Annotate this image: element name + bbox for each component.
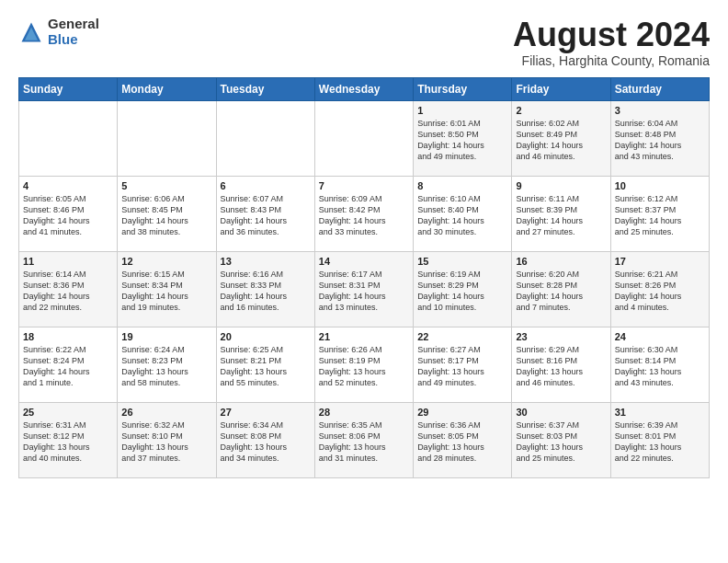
- day-number: 27: [221, 407, 311, 418]
- week-row-1: 1Sunrise: 6:01 AM Sunset: 8:50 PM Daylig…: [19, 100, 710, 176]
- day-info: Sunrise: 6:29 AM Sunset: 8:16 PM Dayligh…: [516, 344, 606, 389]
- day-number: 12: [121, 256, 211, 267]
- day-info: Sunrise: 6:26 AM Sunset: 8:19 PM Dayligh…: [319, 344, 409, 389]
- day-info: Sunrise: 6:07 AM Sunset: 8:43 PM Dayligh…: [221, 193, 311, 238]
- day-info: Sunrise: 6:22 AM Sunset: 8:24 PM Dayligh…: [23, 344, 113, 389]
- day-number: 21: [319, 331, 409, 342]
- col-sunday: Sunday: [19, 77, 118, 100]
- day-cell-2-1: 12Sunrise: 6:15 AM Sunset: 8:34 PM Dayli…: [118, 251, 216, 327]
- day-number: 16: [516, 256, 606, 267]
- day-info: Sunrise: 6:10 AM Sunset: 8:40 PM Dayligh…: [417, 193, 507, 238]
- day-info: Sunrise: 6:39 AM Sunset: 8:01 PM Dayligh…: [615, 419, 705, 465]
- day-cell-4-4: 29Sunrise: 6:36 AM Sunset: 8:05 PM Dayli…: [414, 402, 512, 477]
- day-number: 7: [319, 180, 409, 191]
- day-number: 30: [516, 407, 606, 418]
- logo-icon: [18, 19, 44, 45]
- day-number: 22: [417, 331, 507, 342]
- day-cell-1-0: 4Sunrise: 6:05 AM Sunset: 8:46 PM Daylig…: [19, 176, 118, 251]
- day-number: 11: [23, 256, 113, 267]
- day-info: Sunrise: 6:15 AM Sunset: 8:34 PM Dayligh…: [121, 269, 211, 314]
- day-cell-1-1: 5Sunrise: 6:06 AM Sunset: 8:45 PM Daylig…: [118, 176, 216, 251]
- calendar-table: Sunday Monday Tuesday Wednesday Thursday…: [18, 77, 710, 478]
- day-number: 26: [121, 407, 211, 418]
- page: General Blue August 2024 Filias, Harghit…: [0, 0, 728, 563]
- logo-text: General Blue: [48, 17, 99, 47]
- day-number: 13: [221, 256, 311, 267]
- day-number: 15: [417, 256, 507, 267]
- col-thursday: Thursday: [414, 77, 512, 100]
- day-cell-2-4: 15Sunrise: 6:19 AM Sunset: 8:29 PM Dayli…: [414, 251, 512, 327]
- day-cell-3-4: 22Sunrise: 6:27 AM Sunset: 8:17 PM Dayli…: [414, 327, 512, 402]
- day-number: 4: [23, 180, 113, 191]
- day-cell-3-0: 18Sunrise: 6:22 AM Sunset: 8:24 PM Dayli…: [19, 327, 118, 402]
- day-number: 3: [615, 105, 705, 116]
- calendar-header: Sunday Monday Tuesday Wednesday Thursday…: [19, 77, 710, 100]
- day-cell-1-5: 9Sunrise: 6:11 AM Sunset: 8:39 PM Daylig…: [512, 176, 610, 251]
- day-cell-4-3: 28Sunrise: 6:35 AM Sunset: 8:06 PM Dayli…: [314, 402, 413, 477]
- title-block: August 2024 Filias, Harghita County, Rom…: [513, 17, 710, 68]
- day-cell-3-6: 24Sunrise: 6:30 AM Sunset: 8:14 PM Dayli…: [610, 327, 709, 402]
- day-cell-0-0: [19, 100, 118, 176]
- day-cell-2-6: 17Sunrise: 6:21 AM Sunset: 8:26 PM Dayli…: [610, 251, 709, 327]
- day-number: 2: [516, 105, 606, 116]
- day-cell-0-6: 3Sunrise: 6:04 AM Sunset: 8:48 PM Daylig…: [610, 100, 709, 176]
- day-number: 28: [319, 407, 409, 418]
- day-cell-4-5: 30Sunrise: 6:37 AM Sunset: 8:03 PM Dayli…: [512, 402, 610, 477]
- day-info: Sunrise: 6:02 AM Sunset: 8:49 PM Dayligh…: [516, 118, 606, 163]
- calendar-body: 1Sunrise: 6:01 AM Sunset: 8:50 PM Daylig…: [19, 100, 710, 477]
- week-row-4: 18Sunrise: 6:22 AM Sunset: 8:24 PM Dayli…: [19, 327, 710, 402]
- day-info: Sunrise: 6:36 AM Sunset: 8:05 PM Dayligh…: [417, 419, 507, 465]
- day-info: Sunrise: 6:34 AM Sunset: 8:08 PM Dayligh…: [221, 419, 311, 465]
- day-info: Sunrise: 6:04 AM Sunset: 8:48 PM Dayligh…: [615, 118, 705, 163]
- day-info: Sunrise: 6:11 AM Sunset: 8:39 PM Dayligh…: [516, 193, 606, 238]
- day-info: Sunrise: 6:27 AM Sunset: 8:17 PM Dayligh…: [417, 344, 507, 389]
- day-number: 25: [23, 407, 113, 418]
- day-cell-3-2: 20Sunrise: 6:25 AM Sunset: 8:21 PM Dayli…: [216, 327, 314, 402]
- day-info: Sunrise: 6:30 AM Sunset: 8:14 PM Dayligh…: [615, 344, 705, 389]
- day-cell-2-3: 14Sunrise: 6:17 AM Sunset: 8:31 PM Dayli…: [314, 251, 413, 327]
- day-info: Sunrise: 6:12 AM Sunset: 8:37 PM Dayligh…: [615, 193, 705, 238]
- header-row: Sunday Monday Tuesday Wednesday Thursday…: [19, 77, 710, 100]
- day-cell-4-6: 31Sunrise: 6:39 AM Sunset: 8:01 PM Dayli…: [610, 402, 709, 477]
- logo-blue-text: Blue: [48, 32, 99, 48]
- day-number: 19: [121, 331, 211, 342]
- day-cell-0-1: [118, 100, 216, 176]
- day-number: 23: [516, 331, 606, 342]
- day-info: Sunrise: 6:35 AM Sunset: 8:06 PM Dayligh…: [319, 419, 409, 465]
- logo-general-text: General: [48, 17, 99, 32]
- day-number: 9: [516, 180, 606, 191]
- day-info: Sunrise: 6:05 AM Sunset: 8:46 PM Dayligh…: [23, 193, 113, 238]
- day-info: Sunrise: 6:06 AM Sunset: 8:45 PM Dayligh…: [121, 193, 211, 238]
- day-number: 8: [417, 180, 507, 191]
- day-cell-2-2: 13Sunrise: 6:16 AM Sunset: 8:33 PM Dayli…: [216, 251, 314, 327]
- day-cell-4-0: 25Sunrise: 6:31 AM Sunset: 8:12 PM Dayli…: [19, 402, 118, 477]
- logo: General Blue: [18, 17, 99, 47]
- day-info: Sunrise: 6:19 AM Sunset: 8:29 PM Dayligh…: [417, 269, 507, 314]
- day-info: Sunrise: 6:32 AM Sunset: 8:10 PM Dayligh…: [121, 419, 211, 465]
- col-monday: Monday: [118, 77, 216, 100]
- day-number: 14: [319, 256, 409, 267]
- week-row-3: 11Sunrise: 6:14 AM Sunset: 8:36 PM Dayli…: [19, 251, 710, 327]
- day-info: Sunrise: 6:31 AM Sunset: 8:12 PM Dayligh…: [23, 419, 113, 465]
- day-cell-0-5: 2Sunrise: 6:02 AM Sunset: 8:49 PM Daylig…: [512, 100, 610, 176]
- day-info: Sunrise: 6:25 AM Sunset: 8:21 PM Dayligh…: [221, 344, 311, 389]
- day-number: 18: [23, 331, 113, 342]
- day-info: Sunrise: 6:24 AM Sunset: 8:23 PM Dayligh…: [121, 344, 211, 389]
- day-cell-1-3: 7Sunrise: 6:09 AM Sunset: 8:42 PM Daylig…: [314, 176, 413, 251]
- day-cell-3-1: 19Sunrise: 6:24 AM Sunset: 8:23 PM Dayli…: [118, 327, 216, 402]
- col-tuesday: Tuesday: [216, 77, 314, 100]
- day-cell-0-2: [216, 100, 314, 176]
- col-wednesday: Wednesday: [314, 77, 413, 100]
- day-number: 1: [417, 105, 507, 116]
- day-number: 5: [121, 180, 211, 191]
- day-info: Sunrise: 6:21 AM Sunset: 8:26 PM Dayligh…: [615, 269, 705, 314]
- day-info: Sunrise: 6:17 AM Sunset: 8:31 PM Dayligh…: [319, 269, 409, 314]
- header: General Blue August 2024 Filias, Harghit…: [18, 17, 710, 68]
- month-title: August 2024: [513, 17, 710, 53]
- day-info: Sunrise: 6:09 AM Sunset: 8:42 PM Dayligh…: [319, 193, 409, 238]
- day-info: Sunrise: 6:20 AM Sunset: 8:28 PM Dayligh…: [516, 269, 606, 314]
- day-cell-1-2: 6Sunrise: 6:07 AM Sunset: 8:43 PM Daylig…: [216, 176, 314, 251]
- day-number: 29: [417, 407, 507, 418]
- day-cell-2-5: 16Sunrise: 6:20 AM Sunset: 8:28 PM Dayli…: [512, 251, 610, 327]
- col-saturday: Saturday: [610, 77, 709, 100]
